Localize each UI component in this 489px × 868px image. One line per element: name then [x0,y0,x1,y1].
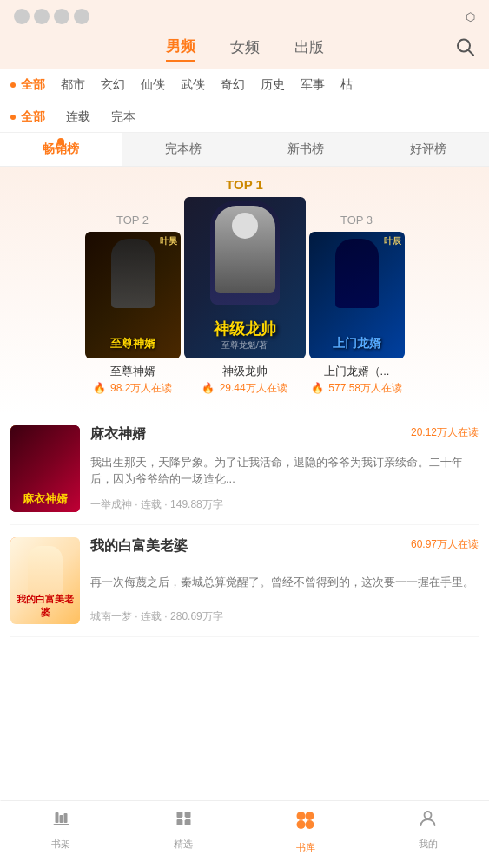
nav-publish[interactable]: 出版 [294,37,324,61]
list-desc-5: 再一次侮蔑之后，秦城总算觉醒了。曾经不曾得到的，这次要一一握在手里。 [90,574,479,591]
top2-author-tag: 叶昊 [160,235,177,247]
list-info-5: 我的白富美老婆 60.97万人在读 再一次侮蔑之后，秦城总算觉醒了。曾经不曾得到… [90,537,479,624]
top2-cover: 叶昊 至尊神婿 [85,232,181,358]
fire-icon-top1: 🔥 [202,382,215,394]
rank-tab-bestseller[interactable]: 畅销榜 [0,133,122,166]
cover-5-title: 我的白富美老婆 [16,593,75,619]
search-button[interactable] [456,37,475,61]
podium-top3[interactable]: TOP 3 叶辰 上门龙婿 上门龙婿（... 🔥 577.58万人在读 [309,214,405,396]
status-right: ⬡ [466,10,475,23]
filter-complete[interactable]: 完本 [111,109,135,125]
list-title-row-4: 麻衣神婿 20.12万人在读 [90,425,479,444]
top1-rank-label: TOP 1 [226,177,263,192]
cat-fantasy[interactable]: 玄幻 [101,77,125,93]
char-head [232,213,258,239]
nav-female[interactable]: 女频 [230,37,260,61]
cat-city[interactable]: 都市 [61,77,85,93]
battery-icon [54,9,69,24]
list-meta-4: 一举成神 · 连载 · 149.88万字 [90,497,479,512]
list-meta-5: 城南一梦 · 连载 · 280.69万字 [90,609,479,624]
list-book-title-5: 我的白富美老婆 [90,537,188,556]
status-icon-4 [74,9,89,24]
top2-title-overlay: 至尊神婿 [85,336,181,352]
top1-readers: 🔥 29.44万人在读 [202,381,287,396]
fire-icon-top2: 🔥 [93,382,106,394]
list-cover-4: TOP 4 麻衣神婿 [10,425,80,512]
list-book-title-4: 麻衣神婿 [90,425,146,444]
cat-dot [10,82,16,88]
top3-author-tag: 叶辰 [384,235,401,247]
list-section: TOP 4 麻衣神婿 麻衣神婿 20.12万人在读 我出生那天，天降异象。为了让… [0,413,489,637]
top3-title-overlay: 上门龙婿 [309,336,405,352]
top1-portrait [215,206,275,293]
wifi-icon [34,9,50,24]
status-bar: ⬡ [0,0,489,30]
cat-military[interactable]: 军事 [301,77,325,93]
list-readers-4: 20.12万人在读 [411,425,479,440]
podium-top2[interactable]: TOP 2 叶昊 至尊神婿 至尊神婿 🔥 98.2万人在读 [85,214,181,396]
list-info-4: 麻衣神婿 20.12万人在读 我出生那天，天降异象。为了让我活命，退隐的爷爷为我… [90,425,479,512]
list-item-5[interactable]: TOP 5 我的白富美老婆 我的白富美老婆 60.97万人在读 再一次侮蔑之后，… [10,525,479,637]
fire-icon-top3: 🔥 [311,382,324,394]
top1-title-overlay: 神级龙帅 至尊龙魁/著 [184,319,306,352]
cat-more[interactable]: 枯 [340,77,353,93]
category-bar: 全部 都市 玄幻 仙侠 武侠 奇幻 历史 军事 枯 [0,69,489,102]
top2-title: 至尊神婿 [110,364,155,379]
list-cover-5: TOP 5 我的白富美老婆 [10,537,80,624]
list-readers-5: 60.97万人在读 [411,537,479,552]
list-desc-4: 我出生那天，天降异象。为了让我活命，退隐的爷爷为我订亲续命。二十年后，因为爷爷给… [90,454,479,488]
filter-ongoing[interactable]: 连载 [66,109,90,125]
rank-tab-new[interactable]: 新书榜 [245,133,367,166]
status-left-icons [14,9,89,24]
cover-5-char [28,546,63,594]
top1-cover: 神级龙帅 至尊龙魁/著 [184,197,306,358]
top-nav: 男频 女频 出版 [0,30,489,69]
top3-rank-label: TOP 3 [340,214,373,227]
cover-4-bg: 麻衣神婿 [10,425,80,512]
list-item-4[interactable]: TOP 4 麻衣神婿 麻衣神婿 20.12万人在读 我出生那天，天降异象。为了让… [10,413,479,525]
top2-char [111,239,155,308]
podium-top1[interactable]: TOP 1 神级龙帅 至尊龙魁/著 神级龙帅 🔥 29.44万人在读 [184,177,306,396]
filter-bar: 全部 连载 完本 [0,102,489,133]
top3-cover: 叶辰 上门龙婿 [309,232,405,358]
top3-readers: 🔥 577.58万人在读 [311,381,402,396]
top3-title: 上门龙婿（... [324,364,390,379]
top2-rank-label: TOP 2 [116,214,149,227]
cat-wuxia[interactable]: 武侠 [181,77,205,93]
cover-4-title: 麻衣神婿 [16,491,75,507]
rank-tab-complete[interactable]: 完本榜 [122,133,245,166]
top1-title: 神级龙帅 [222,364,268,379]
cat-scifi[interactable]: 奇幻 [221,77,245,93]
rank-tabs: 畅销榜 完本榜 新书榜 好评榜 [0,133,489,167]
top2-readers: 🔥 98.2万人在读 [93,381,173,396]
battery-status: ⬡ [466,10,475,23]
filter-dot [10,115,16,120]
top1-portrait-area [191,206,299,301]
cat-all[interactable]: 全部 [10,77,45,93]
list-title-row-5: 我的白富美老婆 60.97万人在读 [90,537,479,556]
svg-line-1 [468,49,473,55]
podium-section: TOP 2 叶昊 至尊神婿 至尊神婿 🔥 98.2万人在读 TOP 1 [0,167,489,413]
rank-tab-toprated[interactable]: 好评榜 [367,133,489,166]
cat-xian[interactable]: 仙侠 [141,77,165,93]
top3-char [335,239,379,308]
nav-male[interactable]: 男频 [166,36,195,62]
signal-icon [14,9,30,24]
filter-all[interactable]: 全部 [10,109,45,125]
cat-history[interactable]: 历史 [261,77,285,93]
